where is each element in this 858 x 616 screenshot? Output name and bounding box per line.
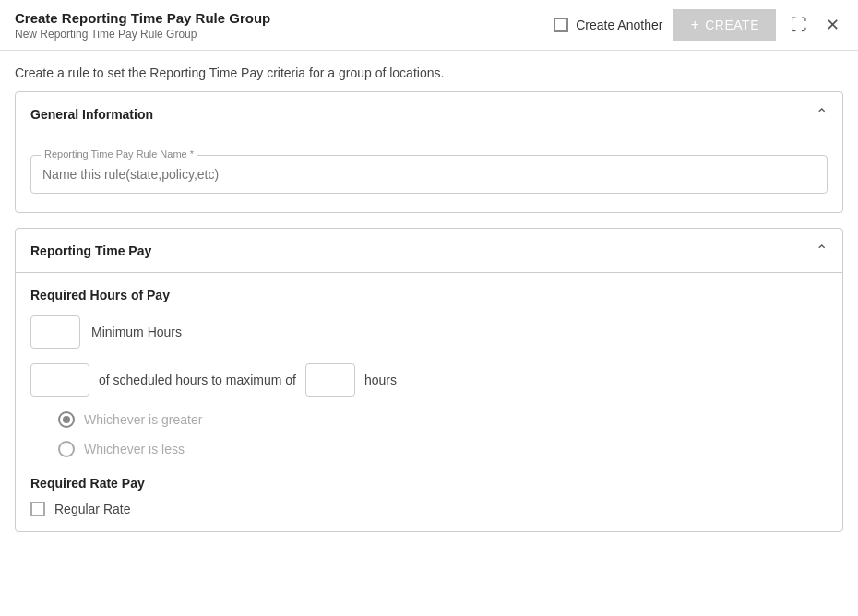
radio-circle-less[interactable] [58,441,75,457]
percentage-input[interactable] [31,364,89,396]
reporting-time-pay-title: Reporting Time Pay [30,243,151,258]
radio-label-less: Whichever is less [84,442,185,456]
general-information-section: General Information ⌃ Reporting Time Pay… [15,91,843,213]
dialog-title: Create Reporting Time Pay Rule Group [15,10,270,26]
radio-group: Whichever is greater Whichever is less [58,411,828,457]
regular-rate-label: Regular Rate [54,502,131,516]
regular-rate-checkbox[interactable] [30,502,45,516]
create-another-toggle[interactable]: Create Another [554,18,662,32]
create-button[interactable]: + CREATE [673,9,776,41]
create-another-label: Create Another [576,18,662,32]
max-hours-input[interactable] [306,364,354,396]
minimum-hours-input[interactable] [31,316,79,348]
description-text: Create a rule to set the Reporting Time … [0,51,858,91]
general-information-body: Reporting Time Pay Rule Name * [16,136,842,212]
rule-name-field-wrap: Reporting Time Pay Rule Name * [30,155,828,194]
header-actions: Create Another + CREATE ⛶ ✕ [554,9,843,41]
chevron-up-icon-rtp: ⌃ [816,242,828,259]
scheduled-hours-text-2: hours [364,373,397,387]
general-information-title: General Information [30,107,153,122]
main-content: General Information ⌃ Reporting Time Pay… [0,91,858,547]
minimum-hours-label: Minimum Hours [91,325,182,339]
general-information-header[interactable]: General Information ⌃ [16,92,842,136]
dialog-subtitle: New Reporting Time Pay Rule Group [15,28,270,41]
radio-label-greater: Whichever is greater [84,412,202,427]
radio-option-greater[interactable]: Whichever is greater [58,411,828,428]
reporting-time-pay-section: Reporting Time Pay ⌃ Required Hours of P… [15,228,843,532]
expand-icon: ⛶ [791,16,807,35]
plus-icon: + [690,17,699,33]
minimum-hours-input-box[interactable] [30,315,80,349]
rule-name-input[interactable] [42,161,816,185]
radio-circle-greater[interactable] [58,411,75,428]
create-button-label: CREATE [705,18,759,32]
create-another-checkbox[interactable] [554,18,568,32]
close-button[interactable]: ✕ [822,11,843,39]
required-rate-title: Required Rate Pay [30,476,828,491]
radio-option-less[interactable]: Whichever is less [58,441,828,457]
reporting-time-pay-header[interactable]: Reporting Time Pay ⌃ [16,229,842,273]
required-hours-title: Required Hours of Pay [30,288,828,302]
regular-rate-option[interactable]: Regular Rate [30,502,828,516]
scheduled-hours-text-1: of scheduled hours to maximum of [99,373,296,387]
header-left: Create Reporting Time Pay Rule Group New… [15,10,270,41]
dialog-header: Create Reporting Time Pay Rule Group New… [0,0,858,51]
minimum-hours-row: Minimum Hours [30,315,828,349]
reporting-time-pay-body: Required Hours of Pay Minimum Hours % of… [16,273,842,531]
max-hours-input-box[interactable] [305,363,355,397]
percentage-input-box[interactable]: % [30,363,89,397]
rule-name-label: Reporting Time Pay Rule Name * [41,148,197,160]
chevron-up-icon: ⌃ [816,105,828,123]
close-icon: ✕ [826,15,840,35]
scheduled-hours-row: % of scheduled hours to maximum of hours [30,363,828,397]
expand-button[interactable]: ⛶ [787,12,811,39]
